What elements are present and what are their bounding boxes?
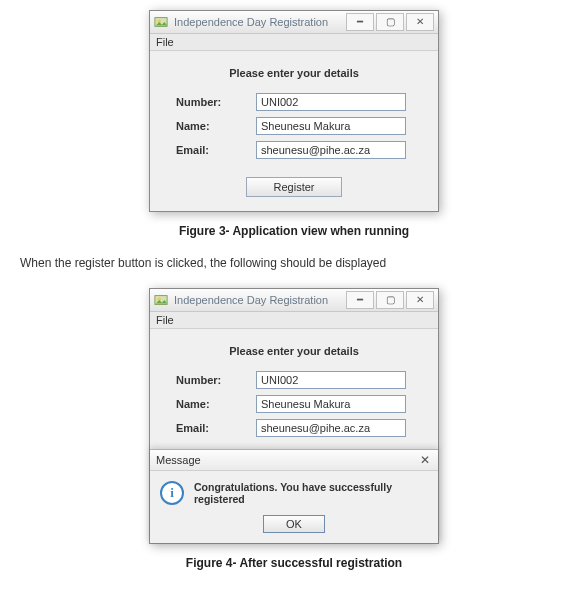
label-name: Name:: [158, 120, 256, 132]
row-email: Email:: [158, 141, 430, 159]
figure-4-caption: Figure 4- After successful registration: [20, 556, 568, 570]
form-heading: Please enter your details: [158, 345, 430, 357]
input-email[interactable]: [256, 419, 406, 437]
label-number: Number:: [158, 96, 256, 108]
maximize-button[interactable]: ▢: [376, 13, 404, 31]
dialog-message: Congratulations. You have successfully r…: [194, 481, 428, 505]
menu-file[interactable]: File: [156, 314, 174, 326]
input-number[interactable]: [256, 93, 406, 111]
close-button[interactable]: ✕: [406, 13, 434, 31]
label-email: Email:: [158, 422, 256, 434]
input-name[interactable]: [256, 395, 406, 413]
row-number: Number:: [158, 93, 430, 111]
message-dialog: Message ✕ i Congratulations. You have su…: [150, 449, 438, 543]
menu-file[interactable]: File: [156, 36, 174, 48]
instruction-text: When the register button is clicked, the…: [20, 256, 568, 270]
row-name: Name:: [158, 117, 430, 135]
app-window-1: Independence Day Registration ━ ▢ ✕ File…: [149, 10, 439, 212]
window-content: Please enter your details Number: Name: …: [150, 51, 438, 211]
ok-button[interactable]: OK: [263, 515, 325, 533]
maximize-button[interactable]: ▢: [376, 291, 404, 309]
close-button[interactable]: ✕: [406, 291, 434, 309]
app-window-2: Independence Day Registration ━ ▢ ✕ File…: [149, 288, 439, 544]
label-number: Number:: [158, 374, 256, 386]
menubar: File: [150, 312, 438, 329]
window-title: Independence Day Registration: [174, 16, 344, 28]
dialog-body: i Congratulations. You have successfully…: [150, 471, 438, 511]
label-name: Name:: [158, 398, 256, 410]
label-email: Email:: [158, 144, 256, 156]
dialog-button-row: OK: [150, 511, 438, 543]
button-row: Register: [158, 177, 430, 197]
info-icon: i: [160, 481, 184, 505]
dialog-close-button[interactable]: ✕: [418, 453, 432, 467]
row-number: Number:: [158, 371, 430, 389]
minimize-button[interactable]: ━: [346, 291, 374, 309]
row-email: Email:: [158, 419, 430, 437]
window-title: Independence Day Registration: [174, 294, 344, 306]
titlebar: Independence Day Registration ━ ▢ ✕: [150, 289, 438, 312]
input-email[interactable]: [256, 141, 406, 159]
app-icon: [154, 15, 168, 29]
dialog-title-text: Message: [156, 454, 201, 466]
menubar: File: [150, 34, 438, 51]
app-icon: [154, 293, 168, 307]
figure-3-caption: Figure 3- Application view when running: [20, 224, 568, 238]
input-number[interactable]: [256, 371, 406, 389]
register-button[interactable]: Register: [246, 177, 342, 197]
input-name[interactable]: [256, 117, 406, 135]
titlebar: Independence Day Registration ━ ▢ ✕: [150, 11, 438, 34]
row-name: Name:: [158, 395, 430, 413]
minimize-button[interactable]: ━: [346, 13, 374, 31]
dialog-titlebar: Message ✕: [150, 450, 438, 471]
form-heading: Please enter your details: [158, 67, 430, 79]
